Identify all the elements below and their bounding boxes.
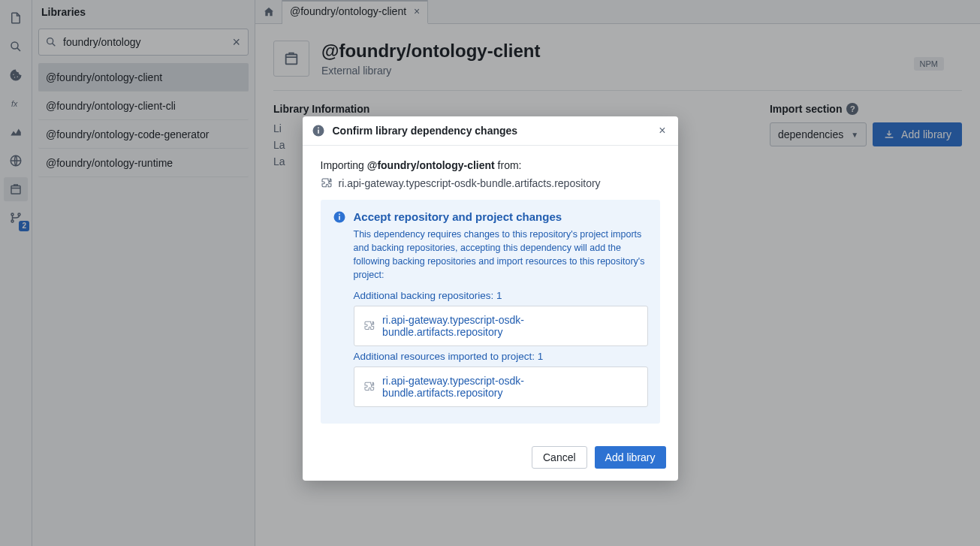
cancel-button[interactable]: Cancel xyxy=(532,446,587,469)
backing-repo-text: ri.api-gateway.typescript-osdk-bundle.ar… xyxy=(382,314,638,338)
confirm-add-library-button[interactable]: Add library xyxy=(595,446,666,469)
callout-title: Accept repository and project changes xyxy=(354,210,648,223)
source-repo-text: ri.api-gateway.typescript-osdk-bundle.ar… xyxy=(339,177,601,189)
callout-text: This dependency requires changes to this… xyxy=(354,228,648,282)
svg-rect-10 xyxy=(318,130,319,134)
resources-label: Additional resources imported to project… xyxy=(354,351,648,362)
modal-overlay: Confirm library dependency changes × Imp… xyxy=(0,0,980,546)
backing-repos-label: Additional backing repositories: 1 xyxy=(354,290,648,301)
resource-repo-text: ri.api-gateway.typescript-osdk-bundle.ar… xyxy=(382,375,638,399)
accept-changes-callout: Accept repository and project changes Th… xyxy=(321,200,660,424)
puzzle-icon xyxy=(363,381,375,393)
dialog-title: Confirm library dependency changes xyxy=(333,125,649,137)
source-repo-line: ri.api-gateway.typescript-osdk-bundle.ar… xyxy=(321,177,660,189)
svg-rect-13 xyxy=(339,216,340,220)
puzzle-icon xyxy=(321,177,333,189)
svg-rect-11 xyxy=(318,128,319,129)
resource-repo-card: ri.api-gateway.typescript-osdk-bundle.ar… xyxy=(354,367,648,407)
confirm-dialog: Confirm library dependency changes × Imp… xyxy=(303,116,678,481)
info-icon xyxy=(333,210,346,412)
importing-package-name: @foundry/ontology-client xyxy=(367,159,495,171)
info-icon xyxy=(312,124,325,137)
backing-repo-card: ri.api-gateway.typescript-osdk-bundle.ar… xyxy=(354,306,648,346)
importing-line: Importing @foundry/ontology-client from: xyxy=(321,159,660,171)
svg-rect-14 xyxy=(339,214,340,216)
dialog-close-icon[interactable]: × xyxy=(656,124,668,137)
puzzle-icon xyxy=(363,320,375,332)
